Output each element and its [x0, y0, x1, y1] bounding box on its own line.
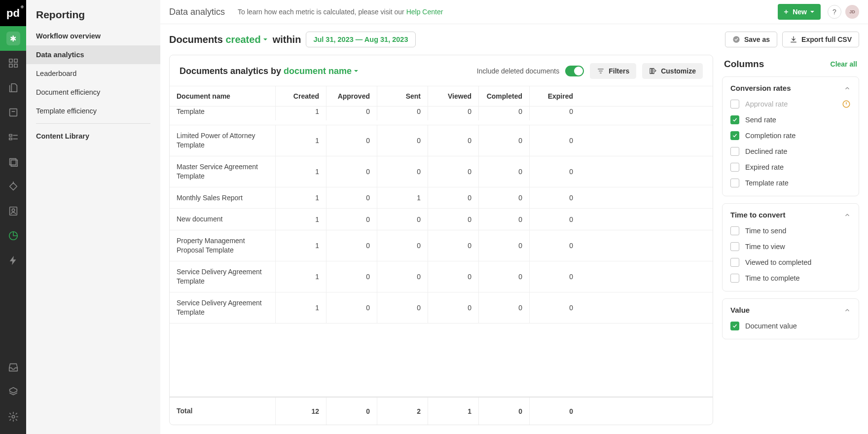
nav-automations-icon[interactable] [0, 248, 26, 273]
group-header[interactable]: Value [730, 306, 851, 314]
checkbox[interactable] [730, 115, 739, 124]
chevron-down-icon [263, 37, 268, 42]
checkbox[interactable] [730, 163, 739, 172]
svg-rect-5 [9, 135, 12, 137]
column-option[interactable]: Expired rate [730, 159, 851, 175]
column-option[interactable]: Time to view [730, 239, 851, 254]
columns-panel: Columns Clear all Conversion ratesApprov… [722, 55, 859, 425]
svg-rect-7 [9, 159, 16, 165]
new-button[interactable]: New [778, 4, 821, 20]
col-expired[interactable]: Expired [529, 86, 580, 106]
column-option[interactable]: Document value [730, 318, 851, 334]
sidebar-item[interactable]: Document efficiency [26, 83, 160, 102]
sidebar-item[interactable]: Content Library [26, 127, 160, 145]
column-option[interactable]: Declined rate [730, 144, 851, 159]
sidebar-item[interactable]: Template efficiency [26, 102, 160, 120]
checkbox[interactable] [730, 179, 739, 187]
checkbox [730, 100, 739, 108]
nav-contacts-icon[interactable] [0, 199, 26, 223]
column-option[interactable]: Time to complete [730, 270, 851, 286]
checkbox[interactable] [730, 322, 739, 330]
checkbox[interactable] [730, 258, 739, 267]
nav-inbox-icon[interactable] [0, 355, 26, 380]
help-button[interactable]: ? [828, 5, 841, 19]
groupby-dropdown[interactable]: document name [284, 66, 359, 76]
svg-rect-4 [9, 109, 17, 116]
columns-title: Columns [724, 59, 831, 70]
column-option[interactable]: Send rate [730, 112, 851, 128]
brand-logo[interactable]: pd® [0, 0, 26, 26]
table-row[interactable]: Property Management Proposal Template100… [170, 230, 713, 261]
nav-apps-icon[interactable] [0, 380, 26, 404]
option-label: Send rate [745, 116, 776, 124]
export-csv-button[interactable]: Export full CSV [782, 32, 859, 47]
column-option[interactable]: Template rate [730, 175, 851, 191]
date-range-picker[interactable]: Jul 31, 2023 — Aug 31, 2023 [306, 32, 415, 47]
option-label: Approval rate [745, 100, 788, 108]
nav-settings-icon[interactable] [0, 404, 26, 429]
group-header[interactable]: Conversion rates [730, 84, 851, 92]
analytics-table-card: Documents analytics by document name Inc… [169, 55, 713, 425]
table-row[interactable]: Limited Power of Attorney Template100000 [170, 107, 713, 125]
table-row[interactable]: Master Service Agreement Template100000 [170, 156, 713, 187]
save-as-button[interactable]: Save as [725, 32, 777, 47]
clear-all-link[interactable]: Clear all [831, 60, 857, 68]
col-created[interactable]: Created [275, 86, 326, 106]
col-doc-name[interactable]: Document name [170, 86, 275, 106]
help-text: To learn how each metric is calculated, … [238, 8, 443, 16]
svg-rect-14 [650, 69, 651, 74]
table-row[interactable]: New document100000 [170, 209, 713, 230]
nav-templates-icon[interactable] [0, 100, 26, 125]
checkbox[interactable] [730, 242, 739, 251]
column-group: Conversion ratesApproval rateSend rateCo… [722, 76, 859, 196]
warning-icon [842, 100, 851, 108]
nav-dashboard-icon[interactable] [0, 51, 26, 75]
table-row[interactable]: Limited Power of Attorney Template100000 [170, 125, 713, 156]
nav-catalog-icon[interactable] [0, 174, 26, 199]
checkbox[interactable] [730, 147, 739, 156]
nav-reporting-icon[interactable] [0, 223, 26, 248]
column-option[interactable]: Time to send [730, 223, 851, 239]
filters-button[interactable]: Filters [590, 63, 636, 79]
group-header[interactable]: Time to convert [730, 211, 851, 219]
table-header: Document name Created Approved Sent View… [170, 86, 713, 107]
table-row[interactable]: Service Delivery Agreement Template10000… [170, 261, 713, 292]
option-label: Template rate [745, 179, 789, 187]
nav-forms-icon[interactable] [0, 125, 26, 149]
option-label: Time to view [745, 243, 785, 251]
nav-library-icon[interactable] [0, 149, 26, 174]
svg-rect-8 [11, 160, 17, 166]
option-label: Time to complete [745, 274, 800, 282]
checkbox[interactable] [730, 226, 739, 235]
column-option[interactable]: Completion rate [730, 128, 851, 144]
column-option[interactable]: Viewed to completed [730, 254, 851, 270]
table-row[interactable]: Service Delivery Agreement Template10000… [170, 292, 713, 324]
svg-rect-1 [14, 59, 17, 62]
checkbox[interactable] [730, 131, 739, 140]
checkbox[interactable] [730, 274, 739, 283]
avatar[interactable]: JD [845, 5, 859, 19]
col-completed[interactable]: Completed [478, 86, 529, 106]
col-viewed[interactable]: Viewed [428, 86, 478, 106]
sidebar-item[interactable]: Workflow overview [26, 27, 160, 45]
chevron-up-icon [844, 212, 851, 218]
table-total-row: Total 12 0 2 1 0 0 [170, 397, 713, 425]
include-deleted-label: Include deleted documents [477, 67, 559, 75]
sidebar-item[interactable]: Leaderboard [26, 64, 160, 83]
svg-point-12 [12, 415, 15, 418]
include-deleted-toggle[interactable] [565, 66, 584, 76]
col-approved[interactable]: Approved [326, 86, 377, 106]
plus-icon [783, 8, 790, 15]
option-label: Document value [745, 322, 797, 330]
help-center-link[interactable]: Help Center [406, 8, 443, 16]
query-status-dropdown[interactable]: created [225, 34, 267, 45]
sidebar-item[interactable]: Data analytics [26, 45, 160, 64]
nav-documents-icon[interactable] [0, 75, 26, 100]
col-sent[interactable]: Sent [377, 86, 428, 106]
breadcrumb: Data analytics [169, 7, 225, 17]
table-row[interactable]: Monthly Sales Report101000 [170, 187, 713, 209]
option-label: Expired rate [745, 163, 784, 171]
topbar: Data analytics To learn how each metric … [160, 0, 868, 24]
workspace-switcher[interactable]: ✱ [0, 26, 26, 51]
customize-button[interactable]: Customize [642, 63, 703, 79]
